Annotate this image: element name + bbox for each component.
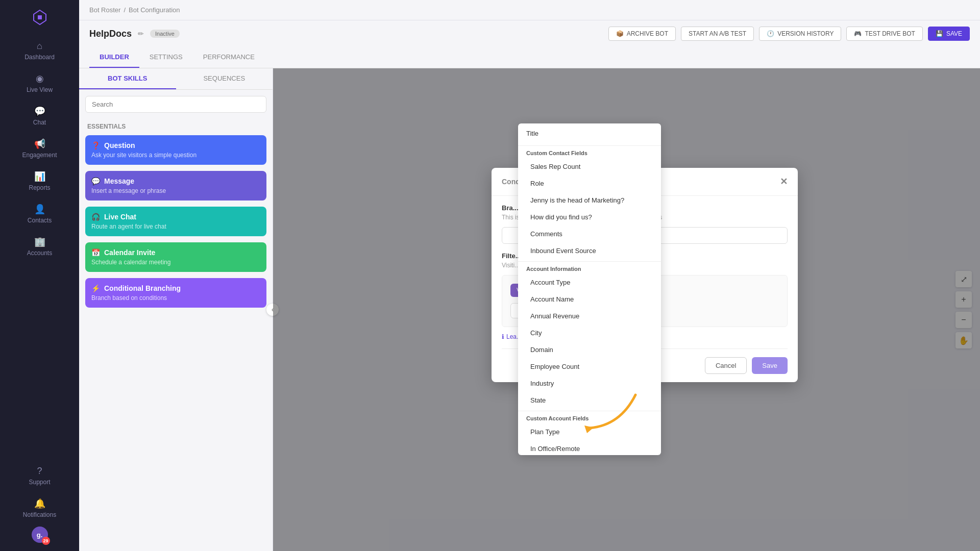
archive-bot-button[interactable]: 📦 ARCHIVE BOT [608,27,676,41]
sidebar-item-label: Contacts [28,217,52,224]
dashboard-icon: ⌂ [37,41,42,52]
sidebar-item-accounts[interactable]: 🏢 Accounts [0,232,79,261]
accounts-icon: 🏢 [34,236,45,247]
sidebar-item-dashboard[interactable]: ⌂ Dashboard [0,37,79,65]
skill-card-title: 🎧 Live Chat [91,213,260,221]
skill-card-title: ❓ Question [91,141,260,149]
conditional-icon: ⚡ [91,284,100,292]
calendar-icon: 📅 [91,248,100,257]
skill-card-desc: Insert a message or phrase [91,187,260,194]
panel-tab-sequences[interactable]: SEQUENCES [176,68,273,89]
modal-backdrop: Title Custom Contact Fields Sales Rep Co… [273,68,980,551]
skill-card-title: 📅 Calendar Invite [91,248,260,257]
sidebar-item-engagement[interactable]: 📢 Engagement [0,134,79,163]
sidebar-item-chat[interactable]: 💬 Chat [0,102,79,130]
skill-card-conditional[interactable]: ⚡ Conditional Branching Branch based on … [85,278,266,308]
message-icon: 💬 [91,177,100,185]
breadcrumb-separator: / [124,6,126,14]
sidebar-item-notifications[interactable]: 🔔 Notifications [0,494,79,522]
skill-card-title: 💬 Message [91,177,260,185]
dropdown-item-sales-rep-count[interactable]: Sales Rep Count [518,158,661,175]
sidebar-item-label: Dashboard [24,54,55,61]
info-icon: ℹ [502,333,504,340]
sidebar-item-label: Engagement [22,152,57,159]
edit-icon[interactable]: ✏ [138,30,144,38]
dropdown-section-custom-contact: Custom Contact Fields [518,145,661,158]
dropdown-item-title[interactable]: Title [518,123,661,143]
sidebar-item-label: Live View [27,86,53,93]
builder-area: BOT SKILLS SEQUENCES Essentials ❓ Questi… [79,68,980,551]
dropdown-item-inbound[interactable]: Inbound Event Source [518,242,661,259]
sidebar-item-contacts[interactable]: 👤 Contacts [0,199,79,228]
sidebar-item-label: Support [29,479,50,486]
skill-card-title: ⚡ Conditional Branching [91,284,260,292]
dropdown-item-employee-count[interactable]: Employee Count [518,358,661,375]
skill-card-desc: Branch based on conditions [91,294,260,302]
close-dialog-button[interactable]: ✕ [780,176,788,187]
sidebar-item-label: Accounts [27,249,52,257]
sidebar: ⌂ Dashboard ◉ Live View 💬 Chat 📢 Engagem… [0,0,79,551]
sidebar-bottom: ? Support 🔔 Notifications g. 29 [0,462,79,543]
skill-card-desc: Ask your site visitors a simple question [91,152,260,159]
sidebar-item-liveview[interactable]: ◉ Live View [0,69,79,97]
dropdown-section-account-info: Account Information [518,261,661,274]
save-button[interactable]: 💾 SAVE [928,27,970,41]
skill-card-livechat[interactable]: 🎧 Live Chat Route an agent for live chat [85,207,266,236]
engagement-icon: 📢 [34,138,45,149]
sidebar-item-label: Chat [33,119,46,126]
sidebar-item-label: Reports [29,184,50,191]
save-button[interactable]: Save [752,357,788,374]
sidebar-item-support[interactable]: ? Support [0,462,79,490]
skill-card-desc: Route an agent for live chat [91,223,260,230]
arrow-annotation [559,385,661,446]
test-drive-button[interactable]: 🎮 TEST DRIVE BOT [846,27,922,41]
ab-test-button[interactable]: START AN A/B TEST [681,27,754,41]
top-bar: Bot Roster / Bot Configuration [79,0,980,20]
left-panel: BOT SKILLS SEQUENCES Essentials ❓ Questi… [79,68,273,551]
dropdown-item-how-find[interactable]: How did you find us? [518,209,661,226]
test-drive-icon: 🎮 [854,30,862,37]
page-title: HelpDocs [89,29,132,39]
search-input[interactable] [85,96,266,113]
notifications-icon: 🔔 [34,498,45,509]
main-tabs: BUILDER SETTINGS PERFORMANCE [79,47,980,68]
canvas-area[interactable]: ⤢ + − ✋ Title Custom Contact Fields Sale… [273,68,980,551]
dropdown-item-role[interactable]: Role [518,175,661,192]
app-logo[interactable] [31,8,49,27]
skill-card-question[interactable]: ❓ Question Ask your site visitors a simp… [85,135,266,165]
panel-tab-bot-skills[interactable]: BOT SKILLS [79,68,176,89]
reports-icon: 📊 [34,171,45,182]
main-content: Bot Roster / Bot Configuration HelpDocs … [79,0,980,551]
skill-card-calendar[interactable]: 📅 Calendar Invite Schedule a calendar me… [85,242,266,272]
breadcrumb-parent[interactable]: Bot Roster [89,6,120,14]
avatar[interactable]: g. 29 [32,527,48,543]
dropdown-item-account-name[interactable]: Account Name [518,291,661,308]
save-icon: 💾 [936,30,943,37]
contacts-icon: 👤 [34,204,45,215]
dropdown-item-jenny[interactable]: Jenny is the head of Marketing? [518,192,661,209]
avatar-initials: g. [37,531,43,539]
tab-settings[interactable]: SETTINGS [139,47,193,68]
history-icon: 🕐 [767,30,774,37]
sidebar-item-reports[interactable]: 📊 Reports [0,167,79,195]
dropdown-item-annual-revenue[interactable]: Annual Revenue [518,308,661,324]
skill-card-desc: Schedule a calendar meeting [91,259,260,266]
tab-performance[interactable]: PERFORMANCE [193,47,265,68]
breadcrumb-current: Bot Configuration [129,6,180,14]
dropdown-item-domain[interactable]: Domain [518,341,661,358]
version-history-button[interactable]: 🕐 VERSION HISTORY [759,27,841,41]
support-icon: ? [37,466,42,477]
skill-card-message[interactable]: 💬 Message Insert a message or phrase [85,171,266,201]
tab-builder[interactable]: BUILDER [89,47,139,68]
dropdown-item-account-type[interactable]: Account Type [518,274,661,291]
liveview-icon: ◉ [36,73,44,84]
breadcrumb: Bot Roster / Bot Configuration [89,6,180,14]
notification-badge: 29 [42,537,50,545]
dropdown-item-city[interactable]: City [518,324,661,341]
question-icon: ❓ [91,141,100,149]
livechat-icon: 🎧 [91,213,100,221]
sidebar-item-label: Notifications [23,511,56,518]
cancel-button[interactable]: Cancel [705,357,747,374]
status-badge: Inactive [150,30,180,38]
dropdown-item-comments[interactable]: Comments [518,226,661,242]
